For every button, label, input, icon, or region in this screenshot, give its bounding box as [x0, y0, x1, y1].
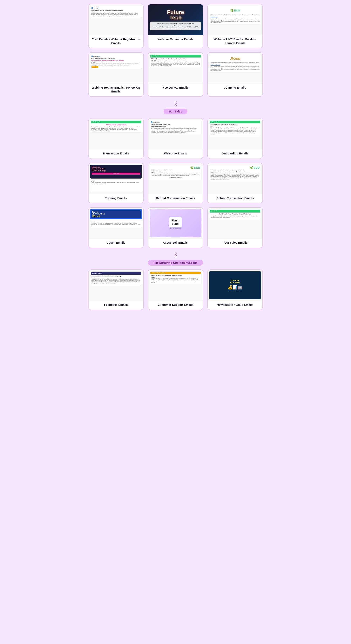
- card-title-webinar-reminder: Webinar Reminder Emails: [155, 37, 196, 41]
- chevron-icon-1: ⧛: [173, 101, 178, 107]
- chevron-icon-2: ⧛: [173, 252, 178, 258]
- card-title-onboarding: Onboarding Emails: [219, 152, 251, 156]
- card-title-refund-confirm: Refund Confirmation Emails: [154, 196, 198, 200]
- email-preview-new-arrival: ● GrowTap Tech Subject: Welcome to GrowT…: [150, 54, 202, 68]
- card-cold-emails[interactable]: C CleverlyBox Subject: Don't miss our ex…: [88, 4, 144, 48]
- page-container: C CleverlyBox Subject: Don't miss our ex…: [88, 4, 263, 310]
- email-preview-post-sales: ● GrowTap Tech Thank You for Your Purcha…: [209, 209, 261, 219]
- card-cross-sell[interactable]: FlashSale flash sale email preview Cross…: [148, 207, 203, 248]
- card-jv-invite[interactable]: JVzoo We're about to kick off the launch…: [207, 52, 263, 97]
- card-preview-upsell: Buy ourMEGA BUNDLE75% off Hi Liz, Thank …: [88, 208, 144, 239]
- card-refund-confirm[interactable]: 🌿 ECO Subject: Refund/request confirmati…: [148, 163, 203, 204]
- card-preview-customer-support: CUSTOMER SUPPORT EMAILS Subject: Re: Ass…: [148, 270, 203, 301]
- row-5: Buy ourMEGA BUNDLE75% off Hi Liz, Thank …: [88, 207, 263, 248]
- divider-for-sales: ⧛ For Sales: [88, 101, 263, 114]
- card-preview-eco-live: 🌿 ECO We're about to kick off the launch…: [208, 4, 262, 35]
- card-title-upsell: Upsell Emails: [104, 241, 128, 244]
- card-title-cross-sell: Cross Sell Emails: [161, 241, 190, 244]
- card-title-webinar-live: Webinar LIVE Emails / Product Launch Ema…: [208, 37, 262, 45]
- email-preview-feedback: FEEDBACK EMAILS Subject: Re: Assistance …: [90, 272, 142, 285]
- row-3: ● GrowTap Tech ❤ Thank you for your purc…: [88, 118, 263, 159]
- row-2: C CleverlyBox Subject: Did you miss our …: [88, 52, 263, 97]
- card-title-feedback: Feedback Emails: [102, 303, 130, 307]
- card-preview-onboarding: ● GrowTap Tech Subject: Welcome to GrowT…: [208, 118, 262, 150]
- card-title-customer-support: Customer Support Emails: [155, 303, 196, 307]
- card-title-cold: Cold Emails / Webinar Registration Email…: [88, 37, 144, 45]
- email-preview-jv-invite: JVzoo We're about to kick off the launch…: [209, 54, 261, 72]
- card-replay[interactable]: C CleverlyBox Subject: Did you miss our …: [88, 52, 144, 97]
- card-title-refund-transaction: Refund Transaction Emails: [214, 196, 256, 200]
- row-4: Unlock YourPotential with OurExclusive T…: [88, 163, 263, 204]
- card-transaction[interactable]: ● GrowTap Tech ❤ Thank you for your purc…: [88, 118, 144, 159]
- card-preview-replay: C CleverlyBox Subject: Did you miss our …: [88, 53, 144, 84]
- card-webinar-live[interactable]: 🌿 ECO We're about to kick off the launch…: [207, 4, 263, 48]
- card-title-jv-invite: JV Invite Emails: [222, 86, 248, 90]
- email-preview-refund-confirm: 🌿 ECO Subject: Refund/request confirmati…: [150, 165, 202, 180]
- email-preview-refund-transaction: 🌿 ECO Subject: Refund Confirmation for Y…: [209, 165, 261, 181]
- row-1: C CleverlyBox Subject: Don't miss our ex…: [88, 4, 263, 48]
- card-preview-cold: C CleverlyBox Subject: Don't miss our ex…: [88, 4, 144, 35]
- card-preview-jv-invite: JVzoo We're about to kick off the launch…: [208, 53, 262, 84]
- row-6: FEEDBACK EMAILS Subject: Re: Assistance …: [88, 270, 263, 310]
- email-preview-cold: C CleverlyBox Subject: Don't miss our ex…: [90, 6, 142, 18]
- email-preview-welcome: C CleverlyBox Subject: Welcome to Clever…: [150, 120, 202, 134]
- card-title-transaction: Transaction Emails: [100, 152, 132, 156]
- card-title-training: Training Emails: [103, 196, 129, 200]
- card-upsell[interactable]: Buy ourMEGA BUNDLE75% off Hi Liz, Thank …: [88, 207, 144, 248]
- email-preview-customer-support: CUSTOMER SUPPORT EMAILS Subject: Re: Ass…: [150, 272, 202, 284]
- card-preview-refund-confirm: 🌿 ECO Subject: Refund/request confirmati…: [148, 163, 203, 194]
- email-preview-replay: C CleverlyBox Subject: Did you miss our …: [90, 54, 142, 69]
- card-post-sales[interactable]: ● GrowTap Tech Thank You for Your Purcha…: [207, 207, 263, 248]
- card-preview-cross-sell: FlashSale flash sale email preview: [148, 208, 203, 239]
- card-preview-new-arrival: ● GrowTap Tech Subject: Welcome to GrowT…: [148, 53, 203, 84]
- card-preview-refund-transaction: 🌿 ECO Subject: Refund Confirmation for Y…: [208, 163, 262, 194]
- card-title-replay: Webinar Replay Emails / Follow Up Emails: [88, 86, 144, 93]
- card-preview-transaction: ● GrowTap Tech ❤ Thank you for your purc…: [88, 118, 144, 150]
- card-webinar-reminder[interactable]: FutureTech Subject: Reminder: Upcoming P…: [148, 4, 203, 48]
- card-preview-post-sales: ● GrowTap Tech Thank You for Your Purcha…: [208, 208, 262, 239]
- card-title-newsletter: Newsletters / Value Emails: [214, 303, 256, 307]
- section-label-nurturing: For Nurturing Customers/Leads: [148, 260, 203, 266]
- section-label-sales: For Sales: [164, 108, 188, 114]
- divider-for-nurturing: ⧛ For Nurturing Customers/Leads: [88, 252, 263, 266]
- card-feedback[interactable]: FEEDBACK EMAILS Subject: Re: Assistance …: [88, 270, 144, 310]
- card-preview-newsletter: LeverageAI in Sales 💰📊🤖 newsletters valu…: [208, 270, 262, 301]
- card-title-post-sales: Post Sales Emails: [220, 241, 250, 244]
- email-preview-eco-live: 🌿 ECO We're about to kick off the launch…: [209, 6, 261, 25]
- card-title-new-arrival: New Arrival Emails: [160, 86, 191, 90]
- email-preview-onboarding: ● GrowTap Tech Subject: Welcome to GrowT…: [209, 120, 261, 136]
- card-title-welcome: Welcome Emails: [162, 152, 189, 156]
- card-preview-future-tech: FutureTech Subject: Reminder: Upcoming P…: [148, 4, 203, 35]
- card-newsletter[interactable]: LeverageAI in Sales 💰📊🤖 newsletters valu…: [207, 270, 263, 310]
- card-welcome[interactable]: C CleverlyBox Subject: Welcome to Clever…: [148, 118, 203, 159]
- card-preview-training: Unlock YourPotential with OurExclusive T…: [88, 163, 144, 194]
- card-refund-transaction[interactable]: 🌿 ECO Subject: Refund Confirmation for Y…: [207, 163, 263, 204]
- card-preview-feedback: FEEDBACK EMAILS Subject: Re: Assistance …: [88, 270, 144, 301]
- card-customer-support[interactable]: CUSTOMER SUPPORT EMAILS Subject: Re: Ass…: [148, 270, 203, 310]
- card-new-arrival[interactable]: ● GrowTap Tech Subject: Welcome to GrowT…: [148, 52, 203, 97]
- card-training[interactable]: Unlock YourPotential with OurExclusive T…: [88, 163, 144, 204]
- card-onboarding[interactable]: ● GrowTap Tech Subject: Welcome to GrowT…: [207, 118, 263, 159]
- card-preview-welcome: C CleverlyBox Subject: Welcome to Clever…: [148, 118, 203, 150]
- email-preview-transaction: ● GrowTap Tech ❤ Thank you for your purc…: [90, 120, 142, 133]
